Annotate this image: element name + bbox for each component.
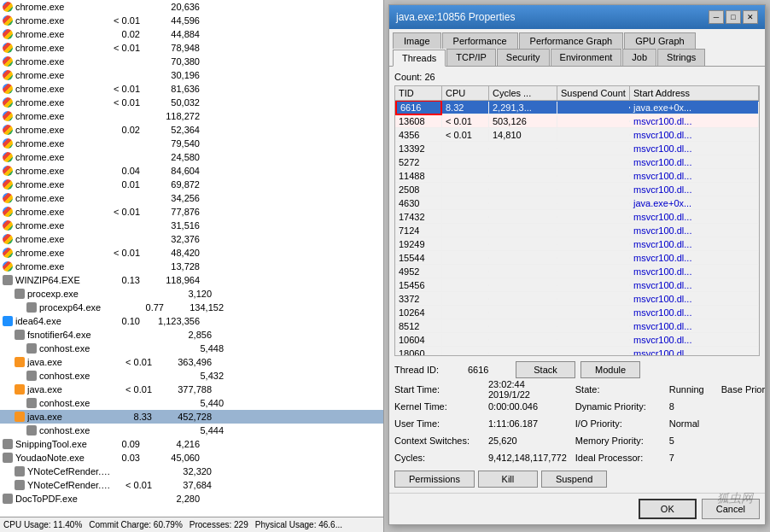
table-row[interactable]: 11488msvcr100.dl... <box>395 169 759 183</box>
table-row[interactable]: 7124msvcr100.dl... <box>395 224 759 237</box>
process-row[interactable]: chrome.exe< 0.0177,876 <box>0 205 383 219</box>
process-row[interactable]: chrome.exe20,636 <box>0 0 383 14</box>
process-row[interactable]: chrome.exe< 0.0181,636 <box>0 82 383 96</box>
th-tid[interactable]: TID <box>395 86 442 100</box>
process-row[interactable]: idea64.exe0.101,123,356 <box>0 314 383 328</box>
process-row[interactable]: chrome.exe32,376 <box>0 232 383 246</box>
process-row[interactable]: java.exe< 0.01377,788 <box>0 383 383 396</box>
kill-button[interactable]: Kill <box>478 471 538 488</box>
process-row[interactable]: chrome.exe0.0169,872 <box>0 178 383 191</box>
table-row[interactable]: 10264msvcr100.dl... <box>395 306 759 319</box>
process-row[interactable]: java.exe8.33452,728 <box>0 410 383 424</box>
th-suspend[interactable]: Suspend Count <box>557 86 630 100</box>
process-row[interactable]: chrome.exe< 0.0144,596 <box>0 14 383 27</box>
process-row[interactable]: chrome.exe0.0244,884 <box>0 27 383 41</box>
process-row[interactable]: java.exe< 0.01363,496 <box>0 355 383 369</box>
table-row[interactable]: 15456msvcr100.dl... <box>395 278 759 292</box>
process-row[interactable]: YNoteCefRender.exe32,320 <box>0 465 383 478</box>
td-tid: 3372 <box>395 293 442 305</box>
tab2-tcp/ip[interactable]: TCP/IP <box>446 49 495 66</box>
process-row[interactable]: WINZIP64.EXE0.13118,964 <box>0 273 383 287</box>
tab-performance[interactable]: Performance <box>442 32 518 49</box>
td-cpu: 8.32 <box>442 102 489 114</box>
process-row[interactable]: chrome.exe< 0.0178,948 <box>0 41 383 55</box>
process-row[interactable]: chrome.exe< 0.0148,420 <box>0 246 383 260</box>
process-row[interactable]: conhost.exe5,432 <box>0 369 383 383</box>
td-cycles <box>489 230 557 231</box>
process-memory: 5,440 <box>167 398 227 408</box>
tab2-job[interactable]: Job <box>622 49 656 66</box>
process-row[interactable]: chrome.exe31,516 <box>0 219 383 232</box>
table-row[interactable]: 13608< 0.01503,126msvcr100.dl... <box>395 114 759 128</box>
tab2-threads[interactable]: Threads <box>393 50 446 67</box>
thread-table[interactable]: TID CPU Cycles ... Suspend Count Start A… <box>394 85 760 356</box>
table-row[interactable]: 4630java.exe+0x... <box>395 196 759 210</box>
process-row[interactable]: chrome.exe34,256 <box>0 191 383 205</box>
stack-button[interactable]: Stack <box>516 361 575 378</box>
table-row[interactable]: 66168.322,291,3...java.exe+0x... <box>395 101 759 114</box>
process-list[interactable]: chrome.exe20,636chrome.exe< 0.0144,596ch… <box>0 0 383 517</box>
tab2-environment[interactable]: Environment <box>551 49 622 66</box>
process-name: chrome.exe <box>15 56 101 67</box>
table-row[interactable]: 18060msvcr100.dl... <box>395 347 759 356</box>
process-row[interactable]: chrome.exe70,380 <box>0 55 383 68</box>
process-row[interactable]: conhost.exe5,448 <box>0 342 383 355</box>
table-row[interactable]: 17432msvcr100.dl... <box>395 210 759 224</box>
process-row[interactable]: YoudaoNote.exe0.0345,060 <box>0 451 383 465</box>
process-row[interactable]: chrome.exe30,196 <box>0 68 383 82</box>
th-addr[interactable]: Start Address <box>630 86 759 100</box>
maximize-button[interactable]: □ <box>726 10 741 24</box>
minimize-button[interactable]: ─ <box>709 10 724 24</box>
table-row[interactable]: 4952msvcr100.dl... <box>395 265 759 278</box>
chrome-icon <box>2 219 14 231</box>
permissions-button[interactable]: Permissions <box>394 471 475 488</box>
process-row[interactable]: chrome.exe118,272 <box>0 109 383 123</box>
table-row[interactable]: 13392msvcr100.dl... <box>395 142 759 155</box>
table-row[interactable]: 10604msvcr100.dl... <box>395 333 759 347</box>
table-row[interactable]: 15544msvcr100.dl... <box>395 251 759 265</box>
td-suspend <box>557 202 630 204</box>
table-row[interactable]: 4356< 0.0114,810msvcr100.dl... <box>395 128 759 142</box>
process-row[interactable]: chrome.exe13,728 <box>0 260 383 273</box>
dialog-content: Count: 26 TID CPU Cycles ... Suspend Cou… <box>389 67 765 493</box>
process-row[interactable]: chrome.exe0.0484,604 <box>0 164 383 178</box>
process-row[interactable]: DocToPDF.exe2,280 <box>0 492 383 506</box>
process-row[interactable]: chrome.exe0.0252,364 <box>0 123 383 137</box>
process-row[interactable]: chrome.exe79,540 <box>0 137 383 150</box>
suspend-button[interactable]: Suspend <box>541 471 607 488</box>
process-row[interactable]: conhost.exe5,440 <box>0 396 383 410</box>
process-row[interactable]: chrome.exe< 0.0150,032 <box>0 96 383 109</box>
process-row[interactable]: YNoteCefRender.exe< 0.0137,684 <box>0 478 383 492</box>
process-row[interactable]: procexp64.exe0.77134,152 <box>0 301 383 314</box>
th-cpu[interactable]: CPU <box>442 86 489 100</box>
table-row[interactable]: 19249msvcr100.dl... <box>395 237 759 251</box>
process-row[interactable]: conhost.exe5,444 <box>0 424 383 437</box>
ok-button[interactable]: OK <box>639 499 697 519</box>
table-row[interactable]: 2508msvcr100.dl... <box>395 183 759 196</box>
process-row[interactable]: procexp.exe3,120 <box>0 287 383 301</box>
module-button[interactable]: Module <box>580 361 640 378</box>
close-button[interactable]: ✕ <box>743 10 758 24</box>
process-row[interactable]: chrome.exe24,580 <box>0 150 383 164</box>
table-row[interactable]: 5272msvcr100.dl... <box>395 155 759 169</box>
chrome-icon <box>2 56 14 67</box>
process-cpu: 0.02 <box>101 125 143 135</box>
process-name: chrome.exe <box>15 29 101 39</box>
process-row[interactable]: fsnotifier64.exe2,856 <box>0 328 383 342</box>
tab-image[interactable]: Image <box>393 32 441 49</box>
tab-performance-graph[interactable]: Performance Graph <box>519 32 624 49</box>
th-cycles[interactable]: Cycles ... <box>489 86 557 100</box>
tab2-security[interactable]: Security <box>497 49 550 66</box>
table-row[interactable]: 8512msvcr100.dl... <box>395 319 759 333</box>
tab2-strings[interactable]: Strings <box>657 49 705 66</box>
td-cycles <box>489 298 557 300</box>
td-addr: java.exe+0x... <box>630 197 759 209</box>
tab-gpu-graph[interactable]: GPU Graph <box>624 32 695 49</box>
td-cpu <box>442 230 489 231</box>
kernel-time-label: Kernel Time: <box>394 401 488 412</box>
table-row[interactable]: 3372msvcr100.dl... <box>395 292 759 306</box>
td-addr: msvcr100.dl... <box>630 252 759 264</box>
process-cpu: < 0.01 <box>113 480 155 490</box>
process-row[interactable]: SnippingTool.exe0.094,216 <box>0 437 383 451</box>
chrome-icon <box>2 15 14 26</box>
